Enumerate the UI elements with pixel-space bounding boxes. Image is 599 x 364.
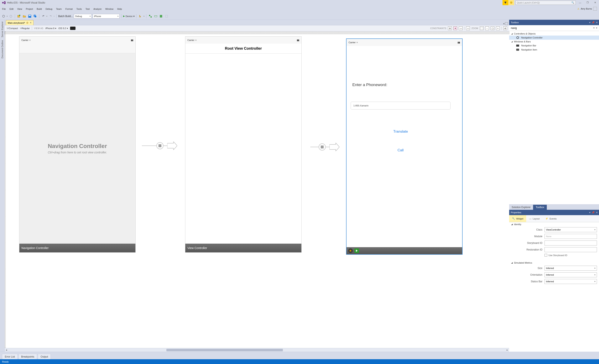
ios-picker[interactable]: iOS 9.2 ▾ [58,27,68,30]
toolbox-item-navigation-controller[interactable]: Navigation Controller [509,35,599,40]
orientation-icon[interactable] [70,27,76,30]
batch-build-button[interactable]: Batch Build... [58,15,73,18]
scroll-thumb[interactable] [166,349,283,351]
maximize-button[interactable]: ❐ [584,1,591,5]
tab-output[interactable]: Output [38,354,51,359]
tab-breakpoints[interactable]: Breakpoints [18,354,37,359]
toolbox-item-navigation-item[interactable]: Navigation Item [509,48,599,52]
zoom-in-button[interactable]: + [496,26,500,30]
menu-file[interactable]: File [2,8,6,10]
toolbox-item-navigation-bar[interactable]: Navigation Bar [509,43,599,48]
quick-launch-input[interactable]: Quick Launch (Ctrl+Q) 🔍 [515,1,576,5]
open-button[interactable] [22,14,27,18]
menu-team[interactable]: Team [56,8,62,10]
feedback-button[interactable]: 🙂 [508,0,514,5]
scroll-left-icon[interactable]: ◂ [5,349,8,351]
search-dropdown-icon[interactable]: ▾ [596,27,597,29]
design-canvas[interactable]: Carrier ᯤ ▮▮ Navigation Controller Ctrl+… [5,31,509,348]
device-dropdown[interactable]: Device ▾ [126,15,135,18]
config-dropdown[interactable]: Debug [74,14,92,18]
segue-push[interactable] [310,143,339,151]
save-all-button[interactable] [33,14,37,18]
section-identity[interactable]: ◢Identity [509,222,599,226]
nav-back-button[interactable]: ◯ [1,14,6,18]
zoom-fit-button[interactable]: ⛶ [480,26,484,30]
scene-phoneword-view-controller[interactable]: Carrier ᯤ ▮▮ Enter a Phoneword: 1-855-Xa… [346,38,463,255]
scene-root-view-controller[interactable]: Carrier ᯤ ▮▮ Root View Controller View C… [185,36,302,252]
storyboard-id-input[interactable] [545,241,597,245]
align-left-button[interactable] [138,14,143,18]
pin-icon[interactable]: ⦿ [26,22,28,24]
orientation-dropdown[interactable]: Inferred [545,272,597,277]
menu-view[interactable]: View [17,8,22,10]
grid-toggle-button[interactable]: ⊞ [503,26,507,30]
constraints-btn-1[interactable]: ⊞ [448,26,452,30]
tab-error-list[interactable]: Error List [2,354,18,359]
toolbox-group[interactable]: ◢Windows & Bars [509,40,599,43]
user-badge[interactable]: ⚠ Amy Burns [577,7,597,11]
toolbox-group[interactable]: ◢Controllers & Objects [509,32,599,35]
toolbox-search[interactable]: ✕▾ [509,25,599,31]
panel-close-icon[interactable]: ✕ [596,21,598,24]
constraints-btn-3[interactable]: ▭ [459,26,463,30]
menu-edit[interactable]: Edit [9,8,14,10]
menu-test[interactable]: Test [86,8,90,10]
undo-button[interactable]: ↶ [41,14,45,18]
pin-icon[interactable]: 📌 [592,21,595,24]
menu-window[interactable]: Window [105,8,113,10]
tab-layout[interactable]: —Layout [526,215,542,222]
layout-btn-2[interactable] [153,14,158,18]
layout-btn-3[interactable] [159,14,163,18]
menu-build[interactable]: Build [37,8,42,10]
zoom-100-button[interactable]: ▢ [491,26,494,30]
phoneword-input[interactable]: 1-855-Xamarin [351,102,450,110]
menu-help[interactable]: Help [117,8,122,10]
translate-button[interactable]: Translate [351,127,450,136]
redo-button[interactable]: ↷ [48,14,53,18]
toolbox-search-input[interactable] [511,27,589,29]
call-button[interactable]: Call [351,146,450,155]
menu-project[interactable]: Project [26,8,33,10]
section-simulated-metrics[interactable]: ◢Simulated Metrics [509,261,599,265]
exit-icon[interactable] [354,248,359,253]
panel-menu-icon[interactable]: ▾ [589,211,590,214]
close-button[interactable]: ✕ [592,1,598,5]
tab-toolbox[interactable]: Toolbox [533,205,546,210]
tab-widget[interactable]: 🔧Widget [509,215,526,222]
pin-icon[interactable]: 📌 [592,211,595,214]
class-dropdown[interactable]: ViewController [545,227,597,232]
notifications-button[interactable] [502,0,508,5]
menu-debug[interactable]: Debug [45,8,52,10]
new-project-button[interactable] [17,14,21,18]
device-picker[interactable]: iPhone 6 ▾ [45,27,57,30]
constraints-btn-4[interactable]: ▭ [466,26,470,30]
nav-fwd-button[interactable]: ◯ [9,14,13,18]
use-storyboard-id-checkbox[interactable]: Use Storyboard ID [509,253,599,257]
window-split-icon[interactable] [505,22,508,25]
clear-search-icon[interactable]: ✕ [593,27,595,29]
constraints-btn-2[interactable]: ✦ [453,26,457,30]
restoration-id-input[interactable] [545,247,597,252]
tab-solution-explorer[interactable]: Solution Explorer [509,205,533,210]
zoom-out-button[interactable]: − [485,26,489,30]
first-responder-icon[interactable] [348,248,353,253]
segue-root[interactable] [142,142,177,150]
menu-tools[interactable]: Tools [76,8,82,10]
document-tab[interactable]: Main.storyboard* ⦿ ✕ [6,20,34,25]
tab-events[interactable]: ⚡Events [542,215,559,222]
scroll-right-icon[interactable]: ▸ [505,349,509,351]
module-input[interactable]: None [545,234,597,239]
menu-format[interactable]: Format [65,8,73,10]
tabs-overflow-icon[interactable]: ▾ [503,22,505,25]
scene-navigation-controller[interactable]: Carrier ᯤ ▮▮ Navigation Controller Ctrl+… [19,36,136,252]
rail-server-explorer[interactable]: Server Explorer [1,21,4,37]
panel-close-icon[interactable]: ✕ [596,211,598,214]
rail-document-outline[interactable]: Document Outline [1,40,4,58]
horizontal-scrollbar[interactable]: ◂ ▸ [5,348,509,352]
minimize-button[interactable]: — [577,1,583,5]
size-dropdown[interactable]: Inferred [545,266,597,271]
platform-dropdown[interactable]: iPhone [93,14,120,18]
panel-menu-icon[interactable]: ▾ [589,21,590,24]
statusbar-dropdown[interactable]: Inferred [545,279,597,284]
play-icon[interactable]: ▶ [123,15,125,17]
